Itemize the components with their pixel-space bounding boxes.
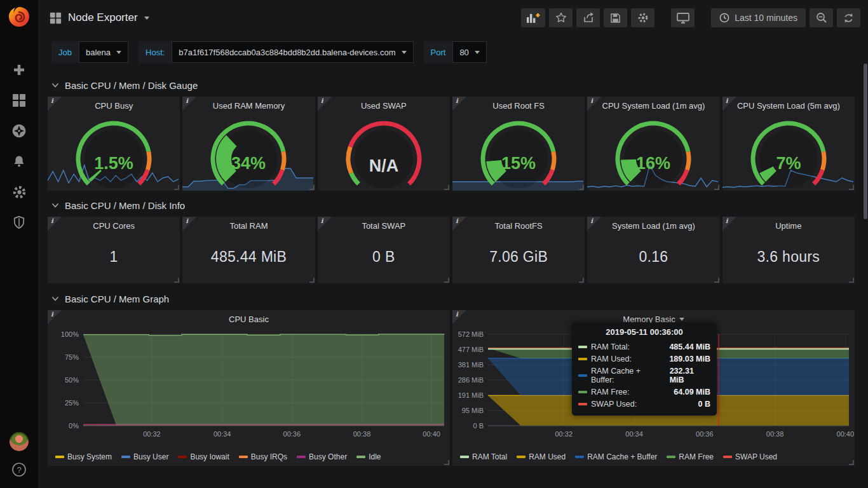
resize-handle-icon[interactable] <box>444 277 449 283</box>
user-avatar[interactable] <box>10 432 29 451</box>
resize-handle-icon[interactable] <box>309 277 315 283</box>
toolbar: Last 10 minutes <box>521 8 860 27</box>
info-icon: i <box>456 217 458 224</box>
star-button[interactable] <box>549 8 573 27</box>
panel-title[interactable]: Total RAM <box>182 217 315 231</box>
panel-info-corner[interactable] <box>318 217 332 231</box>
legend-item[interactable]: SWAP Used <box>723 452 777 461</box>
explore-icon[interactable] <box>11 123 27 139</box>
panel-info-corner[interactable] <box>452 97 466 111</box>
panel-info-corner[interactable] <box>48 97 62 111</box>
scrollbar-thumb[interactable] <box>864 64 867 219</box>
panel-info-corner[interactable] <box>48 217 62 231</box>
legend-item[interactable]: RAM Cache + Buffer <box>575 452 657 461</box>
create-icon[interactable] <box>11 62 27 78</box>
legend-item[interactable]: Busy Iowait <box>178 452 229 461</box>
section-row-graph[interactable]: Basic CPU / Mem Graph <box>38 283 868 310</box>
legend-label: RAM Total <box>472 452 507 461</box>
server-admin-shield-icon[interactable] <box>11 214 27 231</box>
legend-label: Busy System <box>67 452 112 461</box>
panel-title[interactable]: CPU System Load (1m avg) <box>587 97 719 111</box>
panel-title[interactable]: System Load (1m avg) <box>587 217 719 231</box>
time-range-label: Last 10 minutes <box>735 13 797 23</box>
info-icon: i <box>726 97 728 104</box>
stat-panel: iCPU Cores1 <box>48 217 180 283</box>
zoom-out-button[interactable] <box>810 8 833 27</box>
svg-text:75%: 75% <box>65 353 79 361</box>
panel-info-corner[interactable] <box>587 97 601 111</box>
panel-info-corner[interactable] <box>722 97 736 111</box>
panel-info-corner[interactable] <box>452 217 466 231</box>
legend-item[interactable]: RAM Total <box>460 452 507 461</box>
resize-handle-icon[interactable] <box>444 459 449 465</box>
legend-label: Busy Iowait <box>190 452 229 461</box>
resize-handle-icon[interactable] <box>848 459 854 465</box>
refresh-icon <box>843 13 854 24</box>
panel-title[interactable]: Total SWAP <box>318 217 450 231</box>
grafana-logo-icon[interactable] <box>6 4 32 31</box>
legend-item[interactable]: RAM Used <box>517 452 566 461</box>
info-icon: i <box>456 311 458 318</box>
panel-info-corner[interactable] <box>452 310 466 324</box>
panel-title[interactable]: Used SWAP <box>318 97 450 111</box>
resize-handle-icon[interactable] <box>848 277 854 283</box>
help-icon[interactable]: ? <box>11 461 27 478</box>
cycle-view-button[interactable] <box>671 8 695 27</box>
resize-handle-icon[interactable] <box>309 184 315 190</box>
panel-title[interactable]: Uptime <box>722 217 855 231</box>
svg-text:16%: 16% <box>636 154 670 173</box>
job-dropdown[interactable]: balena <box>79 41 128 63</box>
legend-swatch <box>575 456 584 458</box>
legend-item[interactable]: Idle <box>356 452 381 461</box>
panel-info-corner[interactable] <box>587 217 601 231</box>
stat-value: 1 <box>48 248 180 266</box>
panel-title[interactable]: Used RAM Memory <box>182 97 315 111</box>
port-dropdown[interactable]: 80 <box>452 41 486 63</box>
legend-item[interactable]: Busy System <box>55 452 112 461</box>
time-range-button[interactable]: Last 10 minutes <box>711 8 806 27</box>
host-dropdown[interactable]: b7a1f617f568dccab0a3c884bdd8b2dd.balena-… <box>172 41 413 63</box>
share-button[interactable] <box>576 8 600 27</box>
section-row-gauge[interactable]: Basic CPU / Mem / Disk Gauge <box>38 72 868 97</box>
add-panel-button[interactable] <box>521 8 545 27</box>
panel-title[interactable]: Memory Basic <box>452 310 855 324</box>
panel-info-corner[interactable] <box>722 217 736 231</box>
svg-text:15%: 15% <box>501 154 536 173</box>
settings-button[interactable] <box>631 8 654 27</box>
resize-handle-icon[interactable] <box>578 277 584 283</box>
gauge-panel: iUsed SWAPN/A <box>318 97 450 191</box>
legend-item[interactable]: Busy Other <box>297 452 347 461</box>
chevron-down-icon <box>51 296 59 302</box>
legend-item[interactable]: RAM Free <box>667 452 714 461</box>
panel-title[interactable]: Used Root FS <box>452 97 585 111</box>
configuration-gear-icon[interactable] <box>11 184 27 200</box>
resize-handle-icon[interactable] <box>578 184 584 190</box>
resize-handle-icon[interactable] <box>173 277 179 283</box>
legend-item[interactable]: Busy IRQs <box>239 452 287 461</box>
panel-info-corner[interactable] <box>182 217 196 231</box>
panel-info-corner[interactable] <box>318 97 332 111</box>
alerting-icon[interactable] <box>11 153 27 170</box>
dashboards-icon[interactable] <box>11 92 27 109</box>
save-button[interactable] <box>604 8 627 27</box>
resize-handle-icon[interactable] <box>173 184 179 190</box>
panel-title[interactable]: Total RootFS <box>452 217 585 231</box>
resize-handle-icon[interactable] <box>848 184 854 190</box>
panel-info-corner[interactable] <box>48 310 62 324</box>
resize-handle-icon[interactable] <box>444 184 449 190</box>
panel-title[interactable]: CPU Cores <box>48 217 180 231</box>
tooltip-series-swatch <box>578 403 587 405</box>
dashboard-title-button[interactable]: Node Exporter <box>50 11 149 24</box>
panel-title[interactable]: CPU Busy <box>48 97 180 111</box>
panel-title[interactable]: CPU Basic <box>48 310 450 324</box>
tooltip-row: RAM Total:485.44 MiB <box>578 341 710 353</box>
legend-swatch <box>460 456 469 458</box>
legend-item[interactable]: Busy User <box>121 452 168 461</box>
panel-title[interactable]: CPU System Load (5m avg) <box>722 97 855 111</box>
resize-handle-icon[interactable] <box>714 184 719 190</box>
resize-handle-icon[interactable] <box>714 277 719 283</box>
section-row-info[interactable]: Basic CPU / Mem / Disk Info <box>38 191 868 217</box>
panel-info-corner[interactable] <box>182 97 196 111</box>
cpu-basic-chart[interactable]: 0%25%50%75%100%00:3200:3400:3600:3800:40 <box>48 325 450 446</box>
refresh-button[interactable] <box>837 8 860 27</box>
